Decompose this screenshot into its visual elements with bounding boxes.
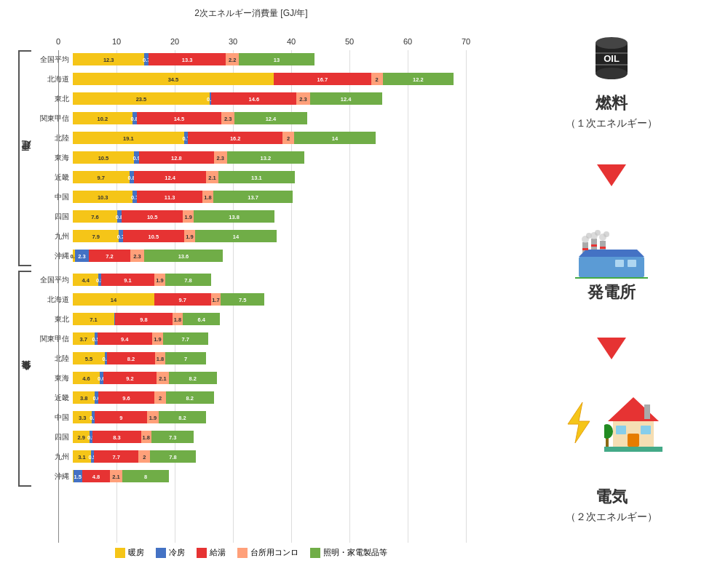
bar-label-1-8-2: 8.3 (113, 434, 120, 440)
row-label-1-8: 四国 (33, 432, 73, 442)
bar-label-0-1-4: 12.2 (413, 76, 424, 82)
bar-segment-0-7-3: 1.8 (202, 191, 213, 203)
power-plant-item: 発電所 (575, 220, 648, 303)
legend-color-暖房 (115, 548, 125, 558)
legend-label-照明・家電製品等: 照明・家電製品等 (323, 547, 387, 558)
bar-segment-1-1-2: 9.7 (154, 293, 211, 306)
bar-segment-1-4-2: 8.2 (107, 352, 155, 364)
bar-label-0-4-3: 2 (287, 135, 290, 141)
bar-label-0-10-2: 7.2 (106, 252, 113, 259)
chart-area: 2次エネルギー消費量 [GJ/年] 010203040506070 戸建全国平均… (4, 7, 499, 562)
bar-label-0-2-4: 12.4 (341, 95, 352, 102)
bar-label-1-9-3: 2 (143, 453, 146, 460)
row-label-0-6: 近畿 (33, 172, 73, 183)
bar-segment-0-7-4: 13.7 (213, 191, 293, 203)
bar-segment-0-5-4: 13.2 (227, 151, 304, 164)
bar-label-1-8-3: 1.8 (143, 434, 150, 440)
chart-row-0-9: 九州7.90.710.51.914 (33, 227, 499, 245)
oil-barrel-icon: OIL (582, 31, 641, 89)
x-tick-50: 50 (345, 37, 354, 46)
chart-row-1-7: 中国3.30.591.98.2 (33, 408, 499, 426)
bar-label-1-5-3: 2.1 (159, 375, 166, 381)
legend-item-照明・家電製品等: 照明・家電製品等 (310, 547, 387, 558)
chart-row-0-2: 東北23.50.314.62.312.4 (33, 89, 499, 108)
rows-and-bars: 010203040506070 戸建全国平均12.30.713.32.213北海… (18, 37, 499, 543)
chart-rows-container: 戸建全国平均12.30.713.32.213北海道34.516.7212.2東北… (18, 50, 499, 543)
bar-segment-1-2-4: 6.4 (183, 313, 220, 325)
bar-segment-1-3-4: 7.7 (163, 332, 208, 345)
bar-segment-0-1-4: 12.2 (383, 73, 454, 85)
bar-label-0-0-4: 13 (274, 56, 280, 63)
chart-row-1-8: 四国2.90.58.31.87.3 (33, 428, 499, 446)
bar-segment-0-0-2: 13.3 (149, 53, 226, 65)
bar-segment-0-2-3: 2.3 (296, 92, 309, 105)
legend-item-給湯: 給湯 (197, 547, 226, 558)
legend-color-冷房 (156, 548, 166, 558)
row-label-0-8: 四国 (33, 212, 73, 222)
row-label-1-5: 東海 (33, 373, 73, 383)
power-plant-icon (575, 220, 648, 279)
bar-segment-0-0-0: 12.3 (73, 53, 144, 65)
bar-segment-1-7-2: 9 (95, 411, 147, 423)
svg-marker-25 (608, 397, 659, 421)
chart-row-0-5: 東海10.50.912.82.313.2 (33, 148, 499, 167)
bar-label-0-9-0: 7.9 (92, 233, 99, 239)
bar-label-0-2-2: 14.6 (248, 95, 259, 102)
bar-0-9: 7.90.710.51.914 (73, 230, 277, 242)
bar-segment-1-5-2: 9.2 (103, 372, 157, 384)
bar-segment-1-6-2: 9.6 (98, 391, 154, 404)
bar-segment-0-9-2: 10.5 (123, 230, 184, 242)
chart-body: 010203040506070 戸建全国平均12.30.713.32.213北海… (4, 37, 499, 543)
section-rows-1: 全国平均4.40.59.11.97.8北海道149.71.77.5東北7.19.… (33, 271, 499, 487)
section-1: 集合全国平均4.40.59.11.97.8北海道149.71.77.5東北7.1… (18, 271, 499, 487)
bar-label-0-6-4: 13.1 (251, 174, 262, 180)
bar-label-0-7-2: 11.3 (165, 194, 175, 200)
bar-segment-1-8-4: 7.3 (151, 431, 194, 443)
bar-segment-0-10-1: 2.3 (75, 250, 88, 262)
row-label-0-5: 東海 (33, 153, 73, 163)
bar-label-0-4-2: 16.2 (230, 135, 241, 141)
bar-segment-1-2-3: 1.8 (173, 313, 183, 325)
chart-row-0-7: 中国10.30.711.31.813.7 (33, 188, 499, 206)
bar-label-0-9-4: 14 (233, 233, 239, 239)
bar-segment-0-2-0: 23.5 (73, 92, 210, 105)
bar-label-0-4-0: 19.1 (123, 135, 134, 141)
section-0: 戸建全国平均12.30.713.32.213北海道34.516.7212.2東北… (18, 50, 499, 266)
bar-segment-0-5-3: 2.3 (214, 151, 227, 164)
bar-segment-1-6-0: 3.8 (73, 391, 95, 404)
svg-point-3 (596, 37, 628, 49)
svg-rect-22 (600, 247, 606, 249)
x-axis-title: 2次エネルギー消費量 [GJ/年] (4, 7, 499, 20)
section-rows-0: 全国平均12.30.713.32.213北海道34.516.7212.2東北23… (33, 50, 499, 266)
bar-label-0-1-3: 2 (376, 76, 379, 82)
bar-label-1-1-3: 1.7 (212, 296, 219, 303)
svg-rect-30 (644, 404, 650, 419)
bar-label-1-3-3: 1.9 (154, 335, 161, 342)
bar-segment-0-6-3: 2.1 (206, 171, 218, 183)
x-tick-70: 70 (462, 37, 470, 46)
legend-label-台所用コンロ: 台所用コンロ (250, 547, 298, 558)
bar-0-3: 10.20.814.52.312.4 (73, 112, 307, 124)
electric-sublabel: （２次エネルギー） (566, 511, 657, 524)
bar-1-6: 3.80.69.628.2 (73, 391, 214, 404)
bar-segment-1-10-4: 8 (122, 470, 169, 482)
chart-row-1-9: 九州3.10.57.727.8 (33, 447, 499, 466)
bar-label-1-9-2: 7.7 (112, 453, 119, 460)
bar-label-1-10-1: 1.5 (74, 473, 82, 479)
bar-label-1-10-2: 4.8 (92, 473, 100, 479)
svg-marker-24 (568, 402, 590, 443)
bar-segment-1-2-0: 7.1 (73, 313, 114, 325)
bar-segment-0-2-2: 14.6 (211, 92, 296, 105)
bar-label-1-7-4: 8.2 (178, 414, 186, 420)
bar-segment-1-7-4: 8.2 (159, 411, 207, 423)
bar-label-0-3-3: 2.3 (224, 115, 232, 121)
bar-label-1-7-2: 9 (119, 414, 122, 420)
bar-segment-0-4-2: 16.2 (188, 132, 282, 144)
electric-row (561, 394, 662, 452)
bar-segment-1-10-3: 2.1 (110, 470, 122, 482)
chart-row-0-3: 関東甲信10.20.814.52.312.4 (33, 109, 499, 127)
bar-segment-1-0-4: 7.8 (165, 274, 210, 286)
row-label-0-7: 中国 (33, 192, 73, 202)
plant-label: 発電所 (587, 282, 636, 303)
bar-1-4: 5.50.48.21.87 (73, 352, 206, 364)
